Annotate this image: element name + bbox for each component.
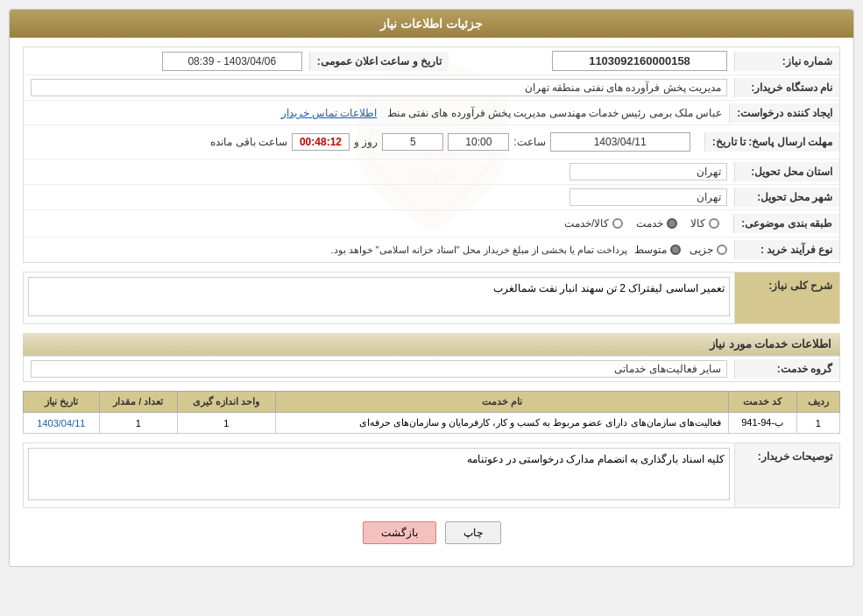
col-count: تعداد / مقدار	[99, 392, 177, 413]
shahr-input: تهران	[569, 188, 727, 206]
tabaghe-radios: کالا خدمت کالا/خدمت	[24, 210, 733, 237]
radio-kala-khedmat[interactable]: کالا/خدمت	[564, 217, 623, 230]
sharh-label: شرح کلی نیاز:	[734, 273, 839, 323]
sharh-section: شرح کلی نیاز:	[23, 272, 840, 324]
buyer-notes-value	[24, 443, 734, 507]
page-wrapper: جزئیات اطلاعات نیاز Ana Tender	[0, 0, 863, 616]
radio-jozi[interactable]: جزیی	[690, 244, 727, 256]
row-group-khedmat: گروه خدمت: سایر فعالیت‌های خدماتی	[23, 356, 840, 382]
radio-khedmat-circle	[667, 218, 677, 229]
row-ostan: استان محل تحویل: تهران	[24, 159, 839, 185]
shomara-value: 1103092160000158	[449, 47, 734, 74]
nooe-farayand-note: پرداخت تمام یا بخشی از مبلغ خریداز محل "…	[330, 244, 627, 256]
shahr-value: تهران	[24, 185, 734, 209]
mohlat-countdown: 00:48:12	[292, 133, 350, 151]
dastgah-value: مدیریت پخش فرآورده های نفتی منطقه تهران	[24, 75, 734, 100]
row-creator: ایجاد کننده درخواست: عباس ملک برمی رئیس …	[24, 101, 839, 125]
info-section: شماره نیاز: 1103092160000158 تاریخ و ساع…	[23, 46, 840, 263]
cell-count: 1	[99, 413, 177, 434]
services-table: ردیف کد خدمت نام خدمت واحد اندازه گیری ت…	[23, 391, 840, 434]
row-nooe-farayand: نوع فرآیند خرید : جزیی	[24, 237, 839, 262]
mohlat-value: 1403/04/11 ساعت: 10:00 5 روز و 00:48:12 …	[24, 125, 704, 159]
radio-kala-circle	[709, 218, 719, 229]
radio-motevaset[interactable]: متوسط	[634, 244, 681, 256]
page-header: جزئیات اطلاعات نیاز	[10, 10, 853, 38]
creator-text: عباس ملک برمی رئیس خدمات مهندسی مدیریت پ…	[387, 107, 723, 119]
tarikh-elan-label: تاریخ و ساعت اعلان عمومی:	[309, 52, 449, 71]
row-mohlat: مهلت ارسال پاسخ: تا تاریخ: 1403/04/11 سا…	[24, 125, 839, 159]
radio-jozi-circle	[717, 244, 727, 255]
group-khedmat-label: گروه خدمت:	[734, 359, 839, 379]
tabaghe-radio-group: کالا خدمت کالا/خدمت	[31, 214, 726, 233]
tabaghe-label: طبقه بندی موضوعی:	[733, 214, 839, 233]
table-header-row: ردیف کد خدمت نام خدمت واحد اندازه گیری ت…	[24, 392, 840, 413]
radio-kala[interactable]: کالا	[690, 217, 719, 230]
back-button[interactable]: بازگشت	[363, 521, 436, 544]
dastgah-input: مدیریت پخش فرآورده های نفتی منطقه تهران	[31, 79, 727, 96]
buyer-notes-label: توصیحات خریدار:	[734, 443, 839, 507]
buyer-notes-section: توصیحات خریدار:	[23, 443, 840, 508]
mohlat-countdown-label: ساعت باقی مانده	[210, 136, 287, 148]
col-code: کد خدمت	[728, 392, 796, 413]
creator-link[interactable]: اطلاعات تماس خریدار	[281, 107, 378, 119]
radio-motevaset-label: متوسط	[634, 244, 667, 256]
col-name: نام خدمت	[275, 392, 728, 413]
shomara-id-box: 1103092160000158	[552, 51, 727, 71]
form-content: شماره نیاز: 1103092160000158 تاریخ و ساع…	[23, 46, 840, 557]
nooe-farayand-value: جزیی متوسط پرداخت تمام یا بخشی از مبلغ خ…	[24, 240, 734, 259]
shomara-label: شماره نیاز:	[734, 52, 839, 71]
tarikh-elan-box: 1403/04/06 - 08:39	[162, 52, 302, 71]
cell-code: ب-94-941	[728, 413, 796, 434]
dastgah-label: نام دستگاه خریدار:	[734, 78, 839, 97]
cell-unit: 1	[177, 413, 275, 434]
col-radif: ردیف	[796, 392, 839, 413]
ostan-label: استان محل تحویل:	[734, 162, 839, 181]
shahr-label: شهر محل تحویل:	[734, 188, 839, 207]
table-row: 1 ب-94-941 فعالیت‌های سازمان‌های دارای ع…	[24, 413, 840, 434]
col-unit: واحد اندازه گیری	[177, 392, 275, 413]
nooe-farayand-label: نوع فرآیند خرید :	[734, 240, 839, 259]
mohlat-days: 5	[382, 133, 443, 151]
timer-row: 1403/04/11 ساعت: 10:00 5 روز و 00:48:12 …	[31, 129, 697, 155]
tarikh-elan-value: 1403/04/06 - 08:39	[24, 48, 309, 74]
mohlat-date: 1403/04/11	[550, 132, 690, 152]
col-date: تاریخ نیاز	[24, 392, 100, 413]
cell-date: 1403/04/11	[24, 413, 100, 434]
creator-value: عباس ملک برمی رئیس خدمات مهندسی مدیریت پ…	[24, 103, 729, 123]
radio-kala-khedmat-label: کالا/خدمت	[564, 217, 609, 230]
sharh-textarea[interactable]	[28, 277, 730, 316]
buyer-notes-textarea[interactable]	[28, 448, 730, 500]
ostan-input: تهران	[569, 163, 727, 181]
row-shomara: شماره نیاز: 1103092160000158 تاریخ و ساع…	[24, 47, 839, 75]
button-row: چاپ بازگشت	[23, 508, 840, 557]
mohlat-time: 10:00	[448, 133, 509, 151]
sharh-value	[24, 273, 734, 323]
mohlat-label: مهلت ارسال پاسخ: تا تاریخ:	[704, 132, 839, 152]
row-tabaghe: طبقه بندی موضوعی: کالا خدمت	[24, 210, 839, 237]
group-khedmat-value: سایر فعالیت‌های خدماتی	[24, 357, 734, 381]
cell-name: فعالیت‌های سازمان‌های دارای عضو مربوط به…	[275, 413, 728, 434]
table-section: ردیف کد خدمت نام خدمت واحد اندازه گیری ت…	[23, 391, 840, 434]
creator-label: ایجاد کننده درخواست:	[729, 103, 839, 123]
print-button[interactable]: چاپ	[445, 521, 501, 544]
ostan-value: تهران	[24, 159, 734, 184]
mohlat-time-label: ساعت:	[513, 136, 545, 148]
khadamat-section-title: اطلاعات خدمات مورد نیاز	[23, 333, 840, 356]
main-container: جزئیات اطلاعات نیاز Ana Tender	[9, 9, 854, 567]
radio-motevaset-circle	[670, 244, 681, 255]
content-area: Ana Tender شماره نیاز: 1103092160000158 …	[10, 38, 853, 566]
mohlat-days-label: روز و	[354, 136, 378, 148]
radio-khedmat[interactable]: خدمت	[636, 217, 677, 230]
radio-jozi-label: جزیی	[690, 244, 713, 256]
page-title: جزئیات اطلاعات نیاز	[380, 17, 483, 31]
row-dastgah: نام دستگاه خریدار: مدیریت پخش فرآورده ها…	[24, 75, 839, 101]
cell-radif: 1	[796, 413, 839, 434]
radio-khedmat-label: خدمت	[636, 217, 663, 230]
row-shahr: شهر محل تحویل: تهران	[24, 185, 839, 210]
radio-kala-khedmat-circle	[612, 218, 623, 229]
radio-kala-label: کالا	[690, 217, 705, 230]
nooe-radio-group: جزیی متوسط	[634, 244, 727, 256]
group-khedmat-input: سایر فعالیت‌های خدماتی	[31, 360, 727, 378]
